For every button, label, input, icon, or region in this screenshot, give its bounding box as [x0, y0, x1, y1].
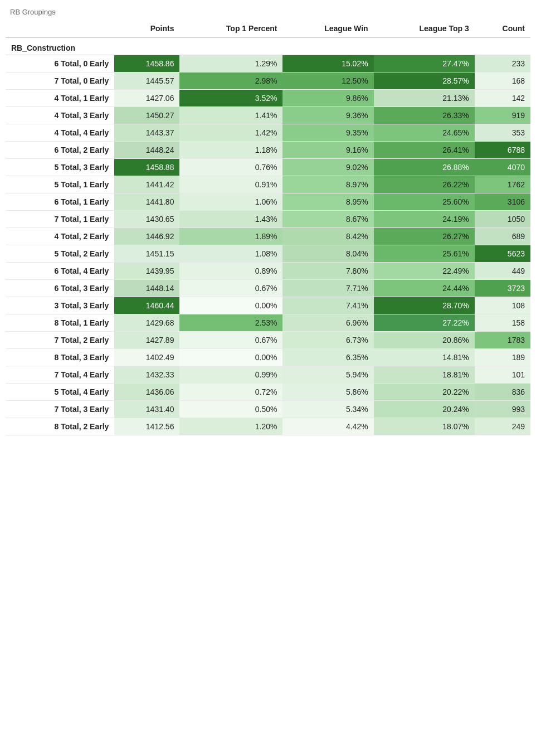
table-row: 5 Total, 4 Early1436.060.72%5.86%20.22%8…: [6, 384, 530, 401]
cell-count: 142: [475, 90, 530, 107]
row-label: 7 Total, 1 Early: [6, 211, 114, 228]
table-row: 8 Total, 2 Early1412.561.20%4.42%18.07%2…: [6, 418, 530, 435]
cell-league-top3: 20.86%: [374, 332, 475, 349]
cell-top1-percent: 0.99%: [179, 366, 282, 384]
row-label: 7 Total, 2 Early: [6, 332, 114, 349]
table-row: 6 Total, 2 Early1448.241.18%9.16%26.41%6…: [6, 142, 530, 159]
cell-league-win: 8.97%: [282, 176, 373, 193]
cell-top1-percent: 1.89%: [179, 228, 282, 245]
cell-league-top3: 25.61%: [374, 245, 475, 263]
cell-league-win: 7.80%: [282, 263, 373, 280]
cell-top1-percent: 0.50%: [179, 401, 282, 418]
cell-points: 1445.57: [114, 72, 179, 90]
cell-league-top3: 26.22%: [374, 176, 475, 193]
section-header-row: RB_Construction: [6, 38, 530, 55]
cell-count: 4070: [475, 159, 530, 176]
cell-points: 1412.56: [114, 418, 179, 435]
table-row: 7 Total, 0 Early1445.572.98%12.50%28.57%…: [6, 72, 530, 90]
cell-points: 1430.65: [114, 211, 179, 228]
cell-points: 1448.24: [114, 142, 179, 159]
cell-points: 1458.88: [114, 159, 179, 176]
cell-points: 1431.40: [114, 401, 179, 418]
row-label: 6 Total, 3 Early: [6, 280, 114, 297]
cell-league-top3: 20.22%: [374, 384, 475, 401]
cell-top1-percent: 1.06%: [179, 193, 282, 211]
cell-points: 1427.89: [114, 332, 179, 349]
cell-points: 1402.49: [114, 349, 179, 366]
cell-league-top3: 21.13%: [374, 90, 475, 107]
cell-count: 233: [475, 55, 530, 72]
cell-league-win: 8.95%: [282, 193, 373, 211]
row-label: 8 Total, 1 Early: [6, 314, 114, 332]
cell-league-win: 8.42%: [282, 228, 373, 245]
cell-points: 1441.42: [114, 176, 179, 193]
table-row: 4 Total, 3 Early1450.271.41%9.36%26.33%9…: [6, 107, 530, 124]
cell-league-top3: 20.24%: [374, 401, 475, 418]
cell-league-top3: 24.44%: [374, 280, 475, 297]
row-label: 6 Total, 0 Early: [6, 55, 114, 72]
cell-count: 168: [475, 72, 530, 90]
table-row: 3 Total, 3 Early1460.440.00%7.41%28.70%1…: [6, 297, 530, 314]
cell-top1-percent: 1.41%: [179, 107, 282, 124]
cell-top1-percent: 1.08%: [179, 245, 282, 263]
cell-points: 1451.15: [114, 245, 179, 263]
cell-league-top3: 24.19%: [374, 211, 475, 228]
cell-league-win: 6.73%: [282, 332, 373, 349]
cell-league-top3: 24.65%: [374, 124, 475, 142]
cell-league-top3: 26.27%: [374, 228, 475, 245]
row-label: 5 Total, 4 Early: [6, 384, 114, 401]
col-header-leaguetop3: League Top 3: [374, 20, 475, 38]
col-header-points: Points: [114, 20, 179, 38]
cell-league-top3: 26.33%: [374, 107, 475, 124]
cell-league-win: 5.94%: [282, 366, 373, 384]
row-label: 6 Total, 1 Early: [6, 193, 114, 211]
cell-league-top3: 26.88%: [374, 159, 475, 176]
cell-count: 449: [475, 263, 530, 280]
data-table: Points Top 1 Percent League Win League T…: [6, 20, 530, 435]
cell-top1-percent: 1.18%: [179, 142, 282, 159]
cell-count: 1050: [475, 211, 530, 228]
row-label: 4 Total, 2 Early: [6, 228, 114, 245]
col-header-label: [6, 20, 114, 38]
table-row: 6 Total, 3 Early1448.140.67%7.71%24.44%3…: [6, 280, 530, 297]
table-row: 7 Total, 2 Early1427.890.67%6.73%20.86%1…: [6, 332, 530, 349]
cell-league-top3: 27.22%: [374, 314, 475, 332]
cell-count: 6788: [475, 142, 530, 159]
table-row: 4 Total, 4 Early1443.371.42%9.35%24.65%3…: [6, 124, 530, 142]
cell-league-win: 8.67%: [282, 211, 373, 228]
cell-count: 158: [475, 314, 530, 332]
cell-league-top3: 27.47%: [374, 55, 475, 72]
cell-points: 1460.44: [114, 297, 179, 314]
cell-points: 1439.95: [114, 263, 179, 280]
section-label: RB_Construction: [6, 38, 530, 55]
row-label: 5 Total, 2 Early: [6, 245, 114, 263]
cell-league-win: 9.16%: [282, 142, 373, 159]
cell-league-win: 7.71%: [282, 280, 373, 297]
row-label: 6 Total, 4 Early: [6, 263, 114, 280]
row-label: 3 Total, 3 Early: [6, 297, 114, 314]
cell-league-win: 5.86%: [282, 384, 373, 401]
cell-points: 1450.27: [114, 107, 179, 124]
cell-count: 993: [475, 401, 530, 418]
table-wrapper: Points Top 1 Percent League Win League T…: [0, 20, 536, 447]
cell-top1-percent: 0.00%: [179, 349, 282, 366]
row-label: 7 Total, 3 Early: [6, 401, 114, 418]
cell-points: 1436.06: [114, 384, 179, 401]
cell-count: 189: [475, 349, 530, 366]
cell-top1-percent: 0.72%: [179, 384, 282, 401]
row-label: 8 Total, 2 Early: [6, 418, 114, 435]
cell-league-win: 6.35%: [282, 349, 373, 366]
cell-top1-percent: 0.67%: [179, 280, 282, 297]
table-row: 5 Total, 2 Early1451.151.08%8.04%25.61%5…: [6, 245, 530, 263]
cell-league-win: 9.36%: [282, 107, 373, 124]
cell-top1-percent: 1.42%: [179, 124, 282, 142]
row-label: 5 Total, 1 Early: [6, 176, 114, 193]
cell-league-win: 4.42%: [282, 418, 373, 435]
cell-top1-percent: 0.89%: [179, 263, 282, 280]
table-row: 6 Total, 1 Early1441.801.06%8.95%25.60%3…: [6, 193, 530, 211]
cell-count: 353: [475, 124, 530, 142]
row-label: 8 Total, 3 Early: [6, 349, 114, 366]
cell-league-top3: 14.81%: [374, 349, 475, 366]
table-row: 7 Total, 1 Early1430.651.43%8.67%24.19%1…: [6, 211, 530, 228]
cell-points: 1458.86: [114, 55, 179, 72]
